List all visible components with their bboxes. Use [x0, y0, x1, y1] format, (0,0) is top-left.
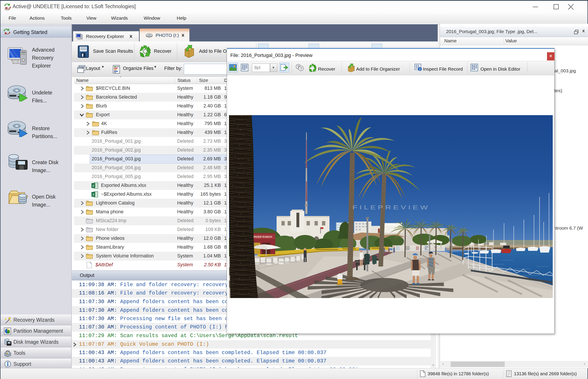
svg-text:?: ?	[300, 67, 302, 71]
svg-text:i: i	[419, 67, 421, 71]
svg-text:X: X	[92, 193, 94, 196]
svg-text:X: X	[92, 184, 94, 188]
svg-text:F I L E P R E V I E W: F I L E P R E V I E W	[353, 204, 428, 211]
